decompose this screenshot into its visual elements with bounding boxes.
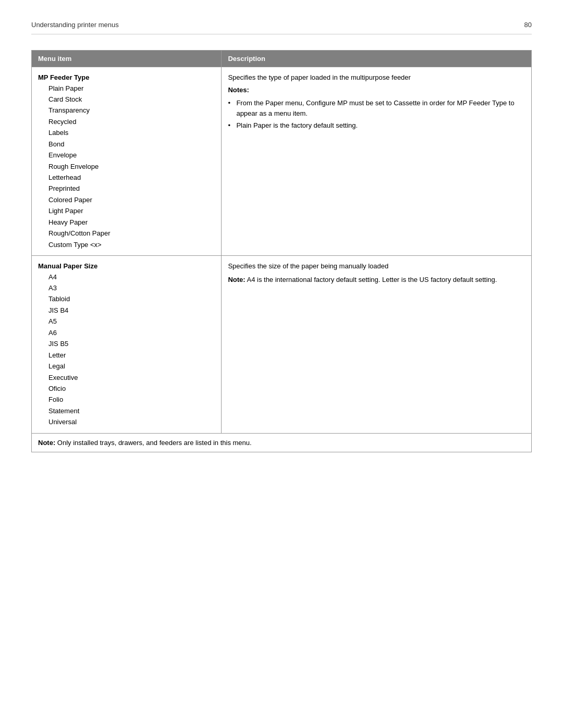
list-item: Universal <box>48 416 215 427</box>
list-item: Legal <box>48 361 215 372</box>
menu-sub-items-mp-feeder: Plain Paper Card Stock Transparency Recy… <box>38 83 215 251</box>
list-item: A5 <box>48 316 215 327</box>
list-item: Envelope <box>48 150 215 161</box>
notes-label: Notes: <box>228 85 525 95</box>
list-item: Rough Envelope <box>48 161 215 172</box>
list-item: Labels <box>48 127 215 138</box>
description-main-text: Specifies the type of paper loaded in th… <box>228 72 525 83</box>
table-header-row: Menu item Description <box>32 51 532 67</box>
main-table: Menu item Description MP Feeder Type Pla… <box>31 50 532 452</box>
list-item: Heavy Paper <box>48 217 215 228</box>
menu-sub-items-manual-paper: A4 A3 Tabloid JIS B4 A5 A6 JIS B5 Letter… <box>38 272 215 428</box>
list-item: JIS B5 <box>48 338 215 349</box>
list-item: A3 <box>48 282 215 293</box>
footer-note-text: Only installed trays, drawers, and feede… <box>55 439 251 447</box>
col-header-menu: Menu item <box>32 51 222 67</box>
description-note-inline: Note: A4 is the international factory de… <box>228 275 525 285</box>
list-item: Light Paper <box>48 205 215 216</box>
notes-bullets-mp-feeder: From the Paper menu, Configure MP must b… <box>228 98 525 131</box>
list-item: Letter <box>48 350 215 361</box>
list-item: A6 <box>48 327 215 338</box>
list-item: Executive <box>48 372 215 383</box>
page-number: 80 <box>524 21 532 29</box>
list-item: Letterhead <box>48 172 215 183</box>
footer-note-row: Note: Only installed trays, drawers, and… <box>32 433 532 452</box>
list-item: Custom Type <x> <box>48 239 215 250</box>
note-text: A4 is the international factory default … <box>246 276 497 283</box>
menu-item-label-mp-feeder: MP Feeder Type <box>38 72 215 83</box>
menu-item-label-manual-paper: Manual Paper Size <box>38 261 215 272</box>
col-header-description: Description <box>222 51 532 67</box>
table-row: Manual Paper Size A4 A3 Tabloid JIS B4 A… <box>32 256 532 434</box>
page-header: Understanding printer menus 80 <box>31 21 532 34</box>
description-cell-mp-feeder: Specifies the type of paper loaded in th… <box>222 67 532 256</box>
list-item: Oficio <box>48 383 215 394</box>
page-title: Understanding printer menus <box>31 21 119 29</box>
list-item: JIS B4 <box>48 305 215 316</box>
footer-note-cell: Note: Only installed trays, drawers, and… <box>32 433 532 452</box>
list-item: Tabloid <box>48 293 215 304</box>
list-item: Recycled <box>48 116 215 127</box>
list-item: A4 <box>48 272 215 282</box>
menu-item-cell-manual-paper: Manual Paper Size A4 A3 Tabloid JIS B4 A… <box>32 256 222 434</box>
list-item: Plain Paper is the factory default setti… <box>228 120 525 131</box>
menu-item-cell-mp-feeder: MP Feeder Type Plain Paper Card Stock Tr… <box>32 67 222 256</box>
list-item: Rough/Cotton Paper <box>48 228 215 239</box>
description-main-text: Specifies the size of the paper being ma… <box>228 261 525 272</box>
list-item: Colored Paper <box>48 194 215 205</box>
list-item: Bond <box>48 139 215 150</box>
list-item: Folio <box>48 394 215 405</box>
note-label: Note: <box>228 276 245 283</box>
list-item: Plain Paper <box>48 83 215 94</box>
list-item: Transparency <box>48 105 215 116</box>
list-item: Preprinted <box>48 183 215 194</box>
list-item: Statement <box>48 405 215 416</box>
footer-note-bold: Note: <box>38 439 55 447</box>
list-item: Card Stock <box>48 94 215 105</box>
table-row: MP Feeder Type Plain Paper Card Stock Tr… <box>32 67 532 256</box>
list-item: From the Paper menu, Configure MP must b… <box>228 98 525 118</box>
description-cell-manual-paper: Specifies the size of the paper being ma… <box>222 256 532 434</box>
